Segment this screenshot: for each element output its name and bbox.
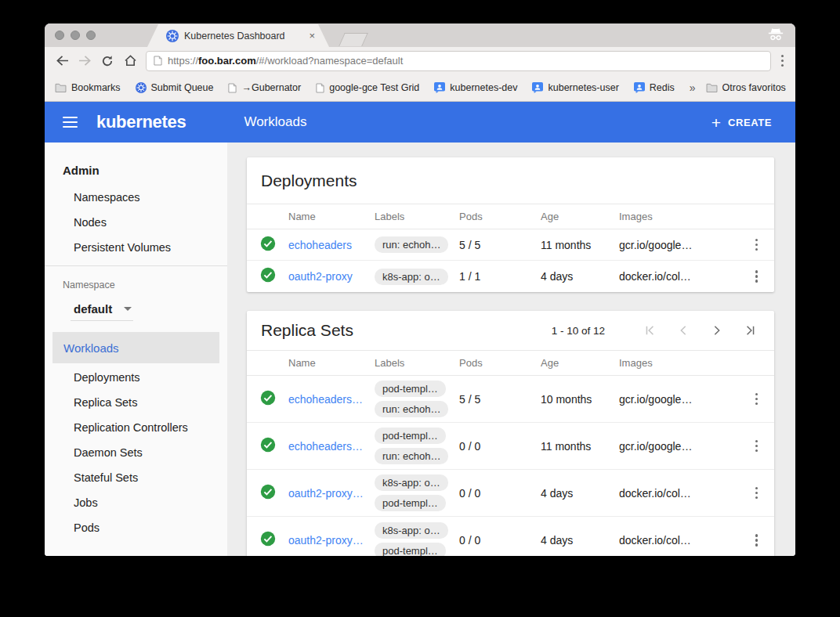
sidebar-item-nodes[interactable]: Nodes bbox=[45, 210, 227, 235]
label-chip: pod-templ… bbox=[375, 495, 446, 511]
status-ok-icon bbox=[260, 236, 276, 254]
resource-link[interactable]: echoheaders… bbox=[288, 393, 375, 406]
table-row: oauth2-proxy… k8s-app: o… pod-templ… 0 /… bbox=[247, 517, 774, 556]
browser-menu-icon[interactable] bbox=[780, 53, 786, 69]
hamburger-menu-icon[interactable] bbox=[63, 114, 78, 130]
resource-link[interactable]: echoheaders bbox=[288, 239, 375, 251]
sidebar-item-stateful-sets[interactable]: Stateful Sets bbox=[45, 465, 227, 490]
back-icon[interactable] bbox=[55, 55, 69, 67]
bookmark-item[interactable]: kubernetes-user bbox=[532, 82, 618, 93]
new-tab-button[interactable] bbox=[339, 33, 368, 46]
window-minimize-button[interactable] bbox=[71, 31, 80, 40]
folder-icon bbox=[706, 83, 718, 92]
previous-page-icon[interactable] bbox=[674, 321, 693, 340]
row-menu-icon[interactable] bbox=[754, 269, 760, 284]
sidebar-item-daemon-sets[interactable]: Daemon Sets bbox=[45, 440, 227, 465]
tab-bar: Kubernetes Dashboard × bbox=[45, 23, 795, 47]
images-cell: gcr.io/google… bbox=[619, 393, 739, 406]
table-row: oauth2-proxy k8s-app: o… 1 / 1 4 days do… bbox=[247, 261, 774, 292]
plus-icon: + bbox=[711, 114, 721, 131]
images-cell: docker.io/col… bbox=[619, 534, 739, 547]
groups-icon bbox=[434, 82, 445, 93]
incognito-icon bbox=[767, 27, 784, 45]
column-images: Images bbox=[619, 357, 739, 369]
resource-link[interactable]: oauth2-proxy… bbox=[288, 534, 375, 547]
age-cell: 11 months bbox=[541, 239, 619, 251]
bookmark-folder[interactable]: Bookmarks bbox=[55, 82, 121, 93]
last-page-icon[interactable] bbox=[741, 321, 760, 340]
refresh-icon[interactable] bbox=[100, 55, 114, 67]
bookmark-item[interactable]: kubernetes-dev bbox=[434, 82, 517, 93]
label-chip: run: echoh… bbox=[375, 236, 448, 253]
home-icon[interactable] bbox=[123, 55, 137, 67]
sidebar-item-replica-sets[interactable]: Replica Sets bbox=[45, 390, 227, 415]
page-icon bbox=[228, 83, 237, 93]
label-chip: pod-templ… bbox=[375, 428, 446, 444]
next-page-icon[interactable] bbox=[708, 321, 726, 340]
sidebar-item-namespaces[interactable]: Namespaces bbox=[45, 185, 227, 210]
bookmarks-overflow-icon[interactable]: » bbox=[690, 81, 696, 94]
column-images: Images bbox=[619, 211, 739, 222]
pods-cell: 5 / 5 bbox=[459, 393, 541, 406]
namespace-label: Namespace bbox=[45, 272, 227, 298]
pods-cell: 0 / 0 bbox=[459, 440, 541, 453]
status-ok-icon bbox=[260, 437, 276, 456]
window-zoom-button[interactable] bbox=[86, 31, 96, 40]
row-menu-icon[interactable] bbox=[754, 438, 760, 454]
bookmark-item[interactable]: →Gubernator bbox=[228, 82, 301, 93]
age-cell: 4 days bbox=[541, 534, 619, 547]
forward-icon[interactable] bbox=[78, 55, 92, 67]
row-menu-icon[interactable] bbox=[754, 485, 760, 501]
other-bookmarks-folder[interactable]: Otros favoritos bbox=[706, 82, 786, 93]
window-close-button[interactable] bbox=[55, 31, 64, 40]
age-cell: 4 days bbox=[541, 270, 619, 283]
label-chip: run: echoh… bbox=[375, 401, 448, 417]
sidebar-item-replication-controllers[interactable]: Replication Controllers bbox=[45, 415, 227, 440]
first-page-icon[interactable] bbox=[640, 321, 659, 340]
chevron-down-icon bbox=[124, 307, 132, 311]
page-title: Workloads bbox=[244, 114, 306, 130]
deployments-table-header: Name Labels Pods Age Images bbox=[247, 204, 774, 229]
bookmark-item[interactable]: Redis bbox=[634, 82, 675, 93]
browser-toolbar: https://foo.bar.com/#/workload?namespace… bbox=[45, 47, 795, 74]
row-menu-icon[interactable] bbox=[754, 391, 760, 407]
row-menu-icon[interactable] bbox=[754, 237, 760, 253]
sidebar-item-pods[interactable]: Pods bbox=[45, 515, 227, 540]
label-chip: pod-templ… bbox=[375, 381, 446, 397]
row-menu-icon[interactable] bbox=[754, 532, 760, 548]
resource-link[interactable]: echoheaders… bbox=[288, 440, 375, 453]
tab-close-icon[interactable]: × bbox=[309, 30, 315, 41]
browser-tab[interactable]: Kubernetes Dashboard × bbox=[147, 24, 329, 47]
page-icon bbox=[154, 56, 162, 66]
images-cell: docker.io/col… bbox=[619, 487, 739, 500]
tab-title: Kubernetes Dashboard bbox=[184, 31, 303, 41]
kubernetes-favicon-icon bbox=[166, 30, 179, 42]
images-cell: docker.io/col… bbox=[619, 270, 739, 283]
main-content: Deployments Name Labels Pods Age Images … bbox=[227, 143, 795, 556]
label-chip: run: echoh… bbox=[375, 448, 448, 464]
bookmark-item[interactable]: google-gce Test Grid bbox=[316, 82, 419, 93]
deployments-card-title: Deployments bbox=[261, 171, 357, 190]
label-chip: k8s-app: o… bbox=[375, 474, 448, 491]
pagination-range: 1 - 10 of 12 bbox=[552, 325, 605, 337]
pods-cell: 1 / 1 bbox=[459, 270, 541, 283]
sidebar-item-persistent-volumes[interactable]: Persistent Volumes bbox=[45, 235, 227, 260]
create-button[interactable]: + CREATE bbox=[711, 114, 772, 131]
sidebar-item-jobs[interactable]: Jobs bbox=[45, 490, 227, 515]
sidebar-item-workloads-active[interactable]: Workloads bbox=[52, 332, 219, 363]
images-cell: gcr.io/google… bbox=[619, 239, 739, 251]
sidebar-section-admin[interactable]: Admin bbox=[45, 155, 227, 185]
url-field[interactable]: https://foo.bar.com/#/workload?namespace… bbox=[146, 51, 771, 71]
column-pods: Pods bbox=[459, 211, 541, 222]
window-controls bbox=[55, 31, 96, 40]
folder-icon bbox=[55, 83, 67, 92]
app-logo: kubernetes bbox=[96, 112, 186, 132]
status-ok-icon bbox=[260, 390, 276, 409]
label-chip: k8s-app: o… bbox=[375, 269, 448, 285]
bookmark-item[interactable]: Submit Queue bbox=[136, 82, 214, 93]
namespace-dropdown[interactable]: default bbox=[71, 298, 133, 321]
sidebar-item-deployments[interactable]: Deployments bbox=[45, 365, 227, 390]
column-age: Age bbox=[541, 357, 619, 369]
resource-link[interactable]: oauth2-proxy… bbox=[288, 487, 375, 500]
resource-link[interactable]: oauth2-proxy bbox=[288, 270, 375, 283]
